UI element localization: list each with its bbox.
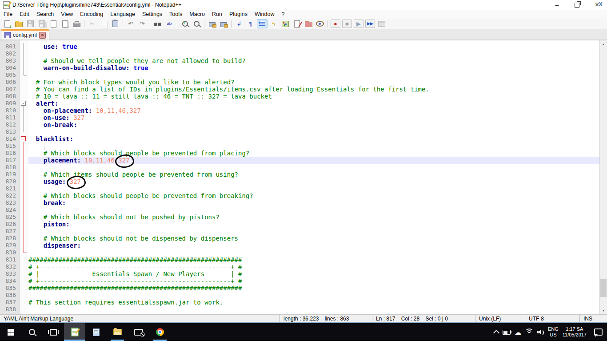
hidden-icons-chevron-icon[interactable]: [493, 329, 499, 336]
taskbar-button-notepad-plus-plus[interactable]: [64, 323, 85, 341]
screen: D:\Server Tổng Hợp\pluginsmine743\Essent…: [0, 0, 607, 364]
status-insert-mode[interactable]: INS: [580, 315, 607, 322]
fold-margin-cell: [20, 306, 28, 313]
toolbar-word-wrap-icon[interactable]: ↲: [234, 19, 244, 28]
tab-bar: config.yml ✕: [0, 29, 607, 40]
close-button[interactable]: ×: [587, 0, 607, 10]
language-indicator[interactable]: ENG US: [548, 326, 559, 338]
toolbar-monitoring-icon[interactable]: [315, 19, 325, 28]
volume-icon[interactable]: [537, 329, 544, 335]
toolbar-find-icon[interactable]: [152, 19, 163, 28]
document-close-x-icon[interactable]: X: [599, 1, 603, 8]
taskbar-button-connect-display[interactable]: [128, 323, 149, 341]
code-line-832: # +-------------------------------------…: [28, 263, 599, 270]
toolbar-user-defined-language-icon[interactable]: ϟ: [268, 19, 279, 28]
menu-language[interactable]: Language: [107, 10, 139, 19]
fold-marker[interactable]: -: [20, 100, 28, 107]
toolbar-new-file-icon[interactable]: +: [2, 19, 12, 28]
menu-file[interactable]: File: [0, 10, 16, 19]
tab-close-icon[interactable]: ✕: [39, 32, 46, 39]
code-line-825: # Which blocks should not be pushed by p…: [28, 214, 599, 221]
toolbar-function-list-icon[interactable]: [292, 19, 302, 28]
toolbar-replace-icon[interactable]: ab: [164, 19, 175, 28]
toolbar-copy-icon[interactable]: [98, 19, 109, 28]
toolbar-paste-icon[interactable]: [110, 19, 120, 28]
toolbar-separator: [231, 20, 232, 28]
toolbar-document-map-icon[interactable]: [280, 19, 291, 28]
code-line-836: [28, 292, 599, 299]
menu-settings[interactable]: Settings: [139, 10, 166, 19]
onedrive-cloud-icon[interactable]: ☁: [515, 329, 521, 336]
toolbar-show-all-characters-icon[interactable]: ¶: [245, 19, 256, 28]
fold-collapse-icon[interactable]: -: [21, 101, 26, 106]
status-eol-format[interactable]: Unix (LF): [475, 315, 525, 322]
minimize-button[interactable]: –: [547, 0, 567, 10]
toolbar-redo-icon[interactable]: ↷: [137, 19, 148, 28]
toolbar-show-indent-guide-icon[interactable]: [257, 19, 268, 28]
toolbar-macro-save-icon[interactable]: [376, 19, 387, 28]
wifi-icon[interactable]: [525, 329, 533, 335]
fold-margin-cell: [20, 71, 28, 79]
taskbar-button-start[interactable]: [0, 323, 21, 341]
toolbar-close-all-documents-icon[interactable]: −: [60, 19, 70, 28]
line-number: 838: [0, 306, 19, 313]
line-number: 823: [0, 199, 19, 206]
toolbar-zoom-in-icon[interactable]: +: [180, 19, 190, 28]
battery-icon[interactable]: [503, 330, 511, 335]
toolbar-undo-icon[interactable]: ↶: [125, 19, 136, 28]
toolbar-print-icon[interactable]: [71, 19, 82, 28]
tab-config-yml[interactable]: config.yml ✕: [1, 29, 49, 40]
vertical-scrollbar[interactable]: ▲ ▼: [599, 40, 607, 314]
taskbar-button-task-view[interactable]: [43, 323, 64, 341]
taskbar-button-chrome[interactable]: [149, 323, 171, 341]
toolbar-sync-horizontal-scrolling-icon[interactable]: [218, 19, 229, 28]
fold-margin-cell: [20, 242, 28, 249]
clock-time: 1:17 SA: [563, 326, 587, 332]
taskbar-button-search[interactable]: [21, 323, 43, 341]
notepad-plus-plus-icon: [71, 328, 79, 336]
toolbar-zoom-out-icon[interactable]: −: [191, 19, 202, 28]
code-line-802: [28, 50, 599, 57]
scrollbar-thumb[interactable]: [600, 279, 607, 297]
fold-marker[interactable]: -: [20, 135, 28, 142]
file-explorer-folder-icon: [113, 329, 122, 335]
menu-help[interactable]: ?: [278, 10, 288, 19]
menu-macro[interactable]: Macro: [186, 10, 208, 19]
menu-view[interactable]: View: [57, 10, 76, 19]
line-number: 820: [0, 178, 19, 185]
fold-margin-cell: [20, 86, 28, 93]
menu-tools[interactable]: Tools: [166, 10, 186, 19]
scroll-down-arrow-icon[interactable]: ▼: [600, 307, 607, 314]
code-line-810: on-placement: 10,11,46,327: [28, 107, 599, 114]
toolbar-sync-vertical-scrolling-icon[interactable]: [207, 19, 217, 28]
toolbar-save-all-icon[interactable]: [36, 19, 47, 28]
toolbar-close-document-icon[interactable]: −: [48, 19, 59, 28]
toolbar-macro-play-icon[interactable]: ▶: [354, 20, 363, 28]
menu-window[interactable]: Window: [251, 10, 278, 19]
toolbar-folder-as-workspace-icon[interactable]: [303, 19, 314, 28]
status-encoding[interactable]: UTF-8: [525, 315, 580, 322]
fold-collapse-icon[interactable]: -: [21, 136, 26, 141]
toolbar-macro-record-icon[interactable]: ●: [331, 20, 340, 28]
status-doc-type: YAML Ain't Markup Language: [0, 315, 280, 322]
action-center-icon[interactable]: [594, 328, 603, 336]
line-number: 819: [0, 171, 19, 178]
code-area[interactable]: use: true # Should we tell people they a…: [28, 40, 599, 314]
menu-run[interactable]: Run: [208, 10, 226, 19]
clock-date: 11/05/2017: [563, 332, 587, 338]
toolbar-macro-stop-icon[interactable]: ■: [342, 20, 352, 28]
clock[interactable]: 1:17 SA 11/05/2017: [563, 326, 587, 338]
toolbar-macro-run-multiple-icon[interactable]: ▶▶: [365, 20, 375, 28]
menu-plugins[interactable]: Plugins: [226, 10, 251, 19]
restore-button[interactable]: [567, 0, 587, 10]
toolbar-open-file-icon[interactable]: [13, 19, 24, 28]
menu-search[interactable]: Search: [33, 10, 58, 19]
menu-edit[interactable]: Edit: [16, 10, 33, 19]
menu-encoding[interactable]: Encoding: [76, 10, 107, 19]
taskbar-button-file-explorer[interactable]: [107, 323, 128, 341]
toolbar-save-icon[interactable]: [25, 19, 36, 28]
toolbar-cut-icon[interactable]: ✂: [87, 19, 97, 28]
editor: 8018028038048058068078088098108118128138…: [0, 40, 607, 314]
taskbar-button-notepad[interactable]: [85, 323, 107, 341]
scroll-up-arrow-icon[interactable]: ▲: [600, 40, 607, 48]
